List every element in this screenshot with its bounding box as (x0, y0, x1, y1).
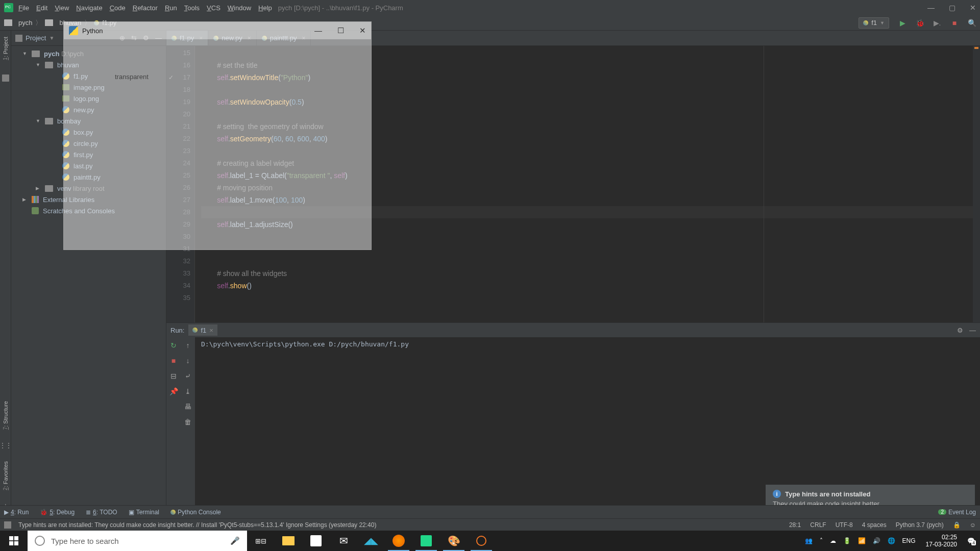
predator-taskbar-icon[interactable]: ◢◣ (357, 531, 385, 551)
task-view-button[interactable]: ⊞⊟ (247, 531, 275, 551)
project-tool-tab[interactable]: 1: Project (3, 35, 9, 62)
close-icon[interactable]: × (209, 327, 213, 334)
menu-file[interactable]: File (18, 4, 29, 12)
structure-icon: ⋮⋮ (0, 442, 12, 449)
mail-taskbar-icon[interactable]: ✉ (330, 531, 357, 551)
python-interpreter[interactable]: Python 3.7 (pych) (896, 521, 944, 529)
gear-icon[interactable]: ⚙ (957, 327, 963, 334)
svg-rect-3 (14, 541, 18, 545)
language-indicator[interactable]: ENG (902, 537, 916, 544)
firefox-taskbar-icon[interactable] (385, 531, 412, 551)
target-icon[interactable]: ⊕ (119, 34, 125, 42)
maximize-button[interactable]: ▢ (949, 4, 955, 12)
menu-navigate[interactable]: Navigate (76, 4, 102, 12)
editor-tab[interactable]: f1.py× (166, 31, 208, 45)
mic-icon[interactable]: 🎤 (230, 536, 240, 545)
status-bar: Type hints are not installed: They could… (0, 518, 980, 531)
event-log-button[interactable]: 2Event Log (938, 509, 976, 516)
network-icon[interactable]: 🌐 (888, 537, 895, 544)
menu-refactor[interactable]: Refactor (133, 4, 158, 12)
menu-vcs[interactable]: VCS (207, 4, 220, 12)
todo-tool-button[interactable]: ≣6: TODO (86, 509, 117, 516)
system-tray[interactable]: 👥 ˄ ☁ 🔋 📶 🔊 🌐 ENG 02:2517-03-2020 💬4 (800, 534, 980, 548)
project-icon (15, 35, 22, 42)
python-console-button[interactable]: Python Console (170, 509, 221, 516)
menu-edit[interactable]: Edit (36, 4, 47, 12)
tree-file: f1.py (11, 70, 166, 82)
run-tool-button[interactable]: ▶4: Run (4, 509, 29, 516)
menu-code[interactable]: Code (110, 4, 126, 12)
python-icon (192, 328, 198, 333)
split-icon[interactable]: ⇆ (131, 34, 137, 42)
terminal-tool-button[interactable]: ▣Terminal (129, 509, 159, 516)
up-button[interactable]: ↑ (184, 341, 192, 349)
jupyter-taskbar-icon[interactable] (468, 531, 495, 551)
minimize-button[interactable]: — (927, 4, 935, 12)
close-icon[interactable]: × (199, 35, 203, 42)
hector-icon[interactable]: ☺ (970, 521, 976, 529)
down-button[interactable]: ↓ (184, 357, 192, 365)
cortana-icon (35, 536, 45, 546)
start-button[interactable] (0, 531, 28, 551)
structure-tool-tab[interactable]: 7: Structure (3, 399, 9, 432)
explorer-taskbar-icon[interactable] (275, 531, 302, 551)
run-tab[interactable]: f1× (188, 324, 217, 336)
image-file-icon (62, 95, 69, 102)
project-tree[interactable]: ▼pych D:\pych ▼bhuvan f1.py image.png lo… (11, 46, 166, 218)
clock[interactable]: 02:2517-03-2020 (923, 534, 960, 548)
status-icon[interactable] (4, 521, 11, 529)
menu-window[interactable]: Window (228, 4, 251, 12)
close-button[interactable]: ✕ (970, 4, 976, 12)
menu-view[interactable]: View (55, 4, 69, 12)
menu-help[interactable]: Help (258, 4, 272, 12)
folder-icon (45, 19, 53, 26)
soft-wrap-button[interactable]: ⤶ (184, 372, 192, 380)
people-icon[interactable]: 👥 (805, 537, 813, 544)
volume-icon[interactable]: 🔊 (873, 537, 880, 544)
close-icon[interactable]: × (302, 35, 305, 42)
lock-icon[interactable]: 🔒 (953, 521, 961, 529)
battery-icon[interactable]: 🔋 (843, 537, 851, 544)
layout-button[interactable]: ⊟ (169, 372, 178, 380)
collapse-icon[interactable]: — (969, 327, 976, 334)
debug-button[interactable]: 🐞 (916, 19, 924, 27)
warning-marker[interactable] (974, 47, 978, 49)
close-icon[interactable]: × (248, 35, 251, 42)
paint-taskbar-icon[interactable]: 🎨 (440, 531, 468, 551)
line-separator[interactable]: CRLF (810, 521, 826, 529)
scroll-button[interactable]: ⤓ (184, 387, 192, 395)
taskbar-search[interactable]: Type here to search 🎤 (28, 531, 247, 551)
trash-button[interactable]: 🗑 (184, 418, 192, 426)
onedrive-icon[interactable]: ☁ (830, 537, 836, 544)
collapse-icon[interactable]: — (155, 34, 162, 42)
folder-icon (45, 62, 53, 68)
action-center-icon[interactable]: 💬4 (967, 537, 975, 544)
run-button[interactable]: ▶ (898, 19, 906, 27)
menu-run[interactable]: Run (165, 4, 177, 12)
tray-chevron-icon[interactable]: ˄ (820, 537, 823, 544)
bookmark-tool-icon[interactable] (2, 74, 9, 82)
breadcrumbs[interactable]: pych 〉 bhuvan 〉 f1.py (4, 18, 116, 28)
wifi-icon[interactable]: 📶 (858, 537, 866, 544)
debug-tool-button[interactable]: 🐞5: Debug (40, 509, 75, 516)
coverage-button[interactable]: ▶. (933, 19, 941, 27)
file-encoding[interactable]: UTF-8 (836, 521, 853, 529)
stop-button[interactable]: ■ (950, 19, 959, 27)
stop-button[interactable]: ■ (169, 357, 178, 365)
store-taskbar-icon[interactable] (302, 531, 330, 551)
editor-tab[interactable]: new.py× (208, 31, 257, 45)
editor-tab[interactable]: painttt.py× (257, 31, 311, 45)
print-button[interactable]: 🖶 (184, 403, 192, 411)
gear-icon[interactable]: ⚙ (143, 34, 149, 42)
menu-tools[interactable]: Tools (184, 4, 200, 12)
run-config-selector[interactable]: f1 ▼ (859, 17, 889, 29)
pin-button[interactable]: 📌 (169, 387, 178, 395)
indent-setting[interactable]: 4 spaces (862, 521, 887, 529)
caret-position[interactable]: 28:1 (789, 521, 801, 529)
python-file-icon (62, 129, 69, 136)
search-everywhere-button[interactable]: 🔍 (968, 19, 976, 27)
favorites-tool-tab[interactable]: 2: Favorites (3, 459, 9, 492)
rerun-button[interactable]: ↻ (169, 341, 178, 349)
chevron-down-icon[interactable]: ▼ (49, 35, 54, 41)
pycharm-taskbar-icon[interactable] (412, 531, 440, 551)
